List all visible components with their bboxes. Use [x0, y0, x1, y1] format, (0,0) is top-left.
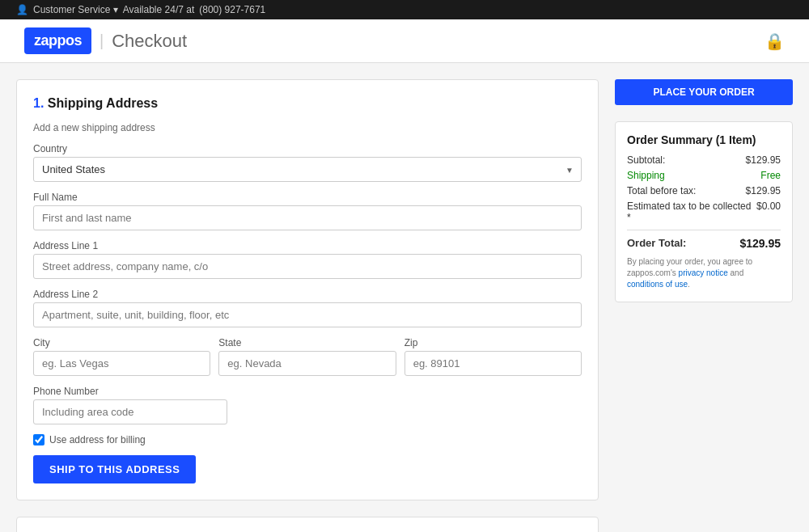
billing-checkbox-label: Use address for billing [49, 434, 146, 445]
ship-to-address-button[interactable]: SHIP TO THIS ADDRESS [33, 455, 196, 483]
zip-input[interactable] [404, 351, 582, 376]
order-summary-card: Order Summary (1 Item) Subtotal: $129.95… [615, 121, 793, 302]
city-input[interactable] [33, 351, 210, 376]
country-label: Country [33, 143, 582, 154]
shipping-address-label: Shipping Address [48, 96, 158, 110]
zip-label: Zip [404, 337, 582, 348]
available-text: Available 24/7 at [123, 4, 195, 15]
checkout-label: Checkout [112, 31, 187, 52]
phone-group: Phone Number [33, 386, 582, 424]
estimated-tax-row: Estimated tax to be collected * $0.00 [627, 201, 781, 223]
logo-text: zappos [34, 32, 82, 49]
shipping-row: Shipping Free [627, 170, 781, 181]
summary-privacy-link[interactable]: privacy notice [679, 268, 728, 277]
state-label: State [218, 337, 396, 348]
summary-privacy: By placing your order, you agree to zapp… [627, 256, 781, 290]
order-total-summary-label: Order Total: [627, 237, 686, 250]
main-container: 1. Shipping Address Add a new shipping a… [0, 63, 809, 532]
user-icon: 👤 [16, 4, 28, 15]
subtotal-value: $129.95 [746, 154, 781, 166]
dropdown-icon: ▾ [113, 4, 118, 15]
address-line2-input[interactable] [33, 302, 582, 327]
total-before-tax-label: Total before tax: [627, 185, 696, 196]
billing-checkbox-row: Use address for billing [33, 434, 582, 445]
billing-checkbox[interactable] [33, 434, 44, 445]
right-column: PLACE YOUR ORDER Order Summary (1 Item) … [615, 79, 793, 302]
logo-area: zappos | Checkout [24, 27, 187, 54]
phone-link[interactable]: (800) 927-7671 [199, 4, 265, 15]
order-total-summary-row: Order Total: $129.95 [627, 237, 781, 250]
city-state-zip-row: City State Zip [33, 337, 582, 386]
estimated-tax-value: $0.00 [756, 201, 781, 223]
estimated-tax-label: Estimated tax to be collected * [627, 201, 756, 223]
phone-number: (800) 927-7671 [199, 4, 265, 15]
summary-divider [627, 230, 781, 230]
full-name-group: Full Name [33, 192, 582, 230]
lock-icon: 🔒 [765, 32, 785, 51]
country-select-wrapper: United States ▼ [33, 157, 582, 182]
header-separator: | [100, 32, 104, 50]
customer-service-link[interactable]: Customer Service ▾ [33, 4, 118, 15]
state-group: State [218, 337, 396, 376]
header: zappos | Checkout 🔒 [0, 19, 809, 63]
shipping-summary-value: Free [760, 170, 781, 181]
shipping-summary-label: Shipping [627, 170, 665, 181]
address-line2-group: Address Line 2 [33, 289, 582, 327]
left-column: 1. Shipping Address Add a new shipping a… [16, 79, 599, 532]
address-line1-input[interactable] [33, 254, 582, 279]
top-bar: 👤 Customer Service ▾ Available 24/7 at (… [0, 0, 809, 19]
country-select[interactable]: United States [33, 157, 582, 182]
address-line1-label: Address Line 1 [33, 240, 582, 251]
shipping-address-number: 1. [33, 96, 44, 110]
subtotal-label: Subtotal: [627, 154, 665, 166]
city-label: City [33, 337, 210, 348]
subtotal-row: Subtotal: $129.95 [627, 154, 781, 166]
total-before-tax-row: Total before tax: $129.95 [627, 185, 781, 196]
phone-label: Phone Number [33, 386, 582, 397]
zip-group: Zip [404, 337, 582, 376]
summary-period: . [688, 280, 690, 289]
address-line1-group: Address Line 1 [33, 240, 582, 279]
shipping-address-section: 1. Shipping Address Add a new shipping a… [16, 79, 599, 500]
address-line2-label: Address Line 2 [33, 289, 582, 300]
customer-service-label: Customer Service [33, 4, 110, 15]
place-order-right-button[interactable]: PLACE YOUR ORDER [615, 79, 793, 105]
zappos-logo: zappos [24, 27, 91, 54]
full-name-input[interactable] [33, 205, 582, 230]
total-before-tax-value: $129.95 [746, 185, 781, 196]
country-group: Country United States ▼ [33, 143, 582, 182]
payment-method-section: 2. Payment Method Please add or select a… [16, 517, 599, 532]
summary-title: Order Summary (1 Item) [627, 133, 781, 146]
summary-conditions-link[interactable]: conditions of use [627, 280, 688, 289]
summary-and-text: and [731, 268, 744, 277]
city-group: City [33, 337, 210, 376]
phone-input[interactable] [33, 399, 227, 424]
full-name-label: Full Name [33, 192, 582, 203]
state-input[interactable] [218, 351, 396, 376]
shipping-address-subtitle: Add a new shipping address [33, 122, 582, 133]
order-total-summary-value: $129.95 [739, 237, 781, 250]
shipping-address-title: 1. Shipping Address [33, 96, 582, 111]
